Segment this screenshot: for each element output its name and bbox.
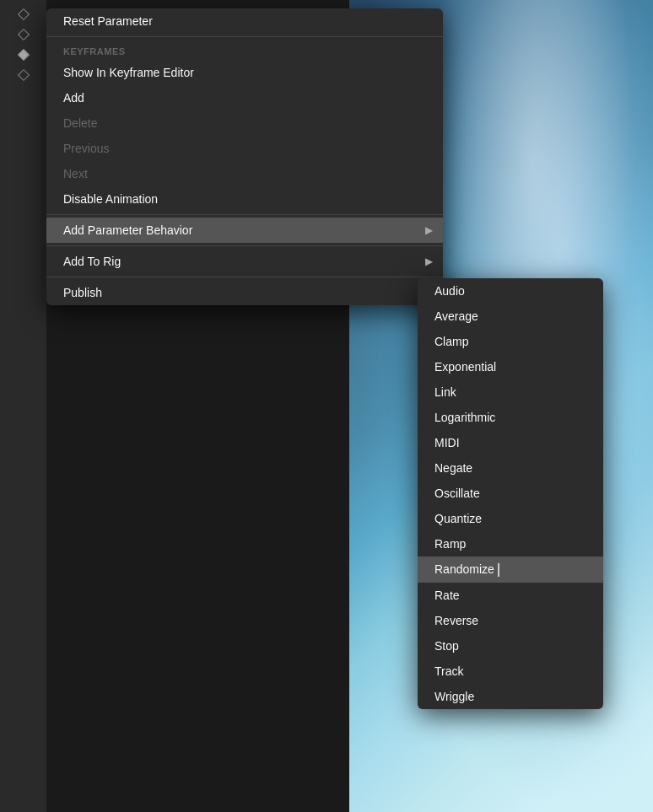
- add-parameter-behavior-item[interactable]: Add Parameter Behavior ▶: [46, 218, 443, 243]
- diamond-3[interactable]: [17, 49, 29, 61]
- separator-2: [46, 214, 443, 215]
- stop-item[interactable]: Stop: [418, 633, 603, 659]
- clamp-item[interactable]: Clamp: [418, 329, 603, 354]
- add-parameter-behavior-label: Add Parameter Behavior: [63, 223, 192, 237]
- oscillate-item[interactable]: Oscillate: [418, 481, 603, 506]
- disable-animation-item[interactable]: Disable Animation: [46, 186, 443, 212]
- add-parameter-behavior-arrow: ▶: [425, 224, 433, 236]
- left-panel: [0, 0, 46, 812]
- submenu: Audio Average Clamp Exponential Link Log…: [418, 278, 603, 709]
- average-item[interactable]: Average: [418, 304, 603, 329]
- keyframes-section-label: KEYFRAMES: [46, 40, 443, 60]
- audio-item[interactable]: Audio: [418, 278, 603, 304]
- previous-item: Previous: [46, 136, 443, 161]
- delete-item: Delete: [46, 110, 443, 136]
- diamond-1[interactable]: [17, 8, 29, 20]
- midi-item[interactable]: MIDI: [418, 430, 603, 455]
- exponential-item[interactable]: Exponential: [418, 354, 603, 379]
- logarithmic-item[interactable]: Logarithmic: [418, 405, 603, 430]
- ramp-item[interactable]: Ramp: [418, 531, 603, 557]
- randomize-item[interactable]: Randomize: [418, 557, 603, 583]
- add-item[interactable]: Add: [46, 85, 443, 110]
- context-menu: Reset Parameter KEYFRAMES Show In Keyfra…: [46, 8, 443, 305]
- quantize-item[interactable]: Quantize: [418, 506, 603, 531]
- add-to-rig-item[interactable]: Add To Rig ▶: [46, 249, 443, 274]
- diamond-4[interactable]: [17, 69, 29, 81]
- next-item: Next: [46, 161, 443, 186]
- separator-3: [46, 245, 443, 246]
- wriggle-item[interactable]: Wriggle: [418, 684, 603, 709]
- publish-item[interactable]: Publish: [46, 280, 443, 305]
- track-item[interactable]: Track: [418, 659, 603, 684]
- separator-4: [46, 277, 443, 277]
- separator-1: [46, 36, 443, 37]
- add-to-rig-arrow: ▶: [425, 255, 433, 267]
- reverse-item[interactable]: Reverse: [418, 608, 603, 633]
- add-to-rig-label: Add To Rig: [63, 255, 121, 268]
- rate-item[interactable]: Rate: [418, 583, 603, 608]
- negate-item[interactable]: Negate: [418, 455, 603, 481]
- link-item[interactable]: Link: [418, 379, 603, 405]
- cursor-indicator: [498, 563, 499, 577]
- randomize-label: Randomize: [434, 562, 494, 576]
- diamond-2[interactable]: [17, 29, 29, 40]
- show-keyframe-editor-item[interactable]: Show In Keyframe Editor: [46, 60, 443, 85]
- reset-parameter-item[interactable]: Reset Parameter: [46, 8, 443, 34]
